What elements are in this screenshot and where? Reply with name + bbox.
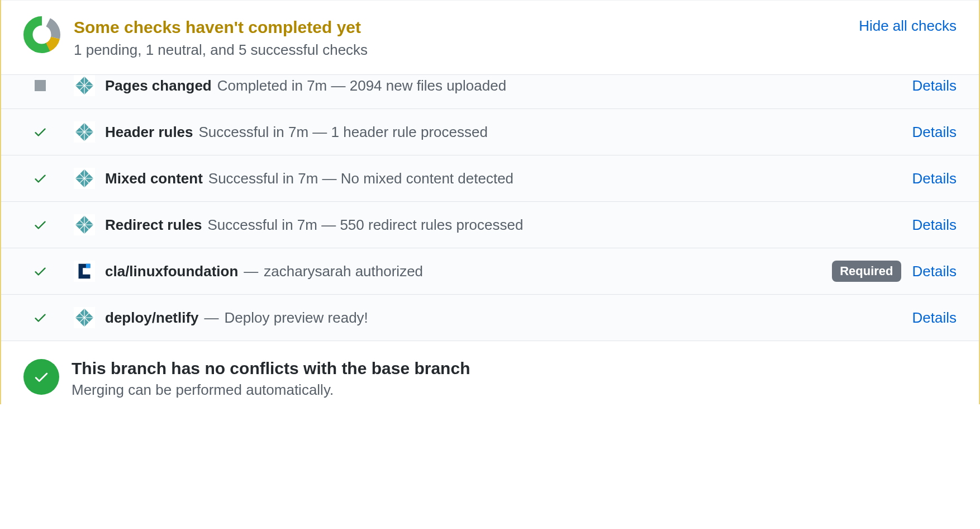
check-row: Pages changedCompleted in 7m — 2094 new … bbox=[1, 75, 979, 109]
check-separator: — bbox=[244, 263, 258, 280]
check-text: Pages changedCompleted in 7m — 2094 new … bbox=[105, 77, 901, 95]
netlify-avatar-icon bbox=[74, 75, 95, 96]
check-name: Pages changed bbox=[105, 77, 212, 95]
checks-header: Some checks haven't completed yet 1 pend… bbox=[1, 0, 979, 74]
check-success-icon bbox=[30, 264, 50, 278]
check-row: deploy/netlify—Deploy preview ready!Deta… bbox=[1, 295, 979, 341]
status-donut-icon bbox=[23, 16, 60, 55]
check-row: Mixed contentSuccessful in 7m — No mixed… bbox=[1, 155, 979, 202]
check-text: cla/linuxfoundation—zacharysarah authori… bbox=[105, 263, 825, 280]
required-badge: Required bbox=[832, 261, 901, 282]
checks-list: Pages changedCompleted in 7m — 2094 new … bbox=[1, 74, 979, 341]
check-name: Mixed content bbox=[105, 170, 203, 187]
checks-subtitle: 1 pending, 1 neutral, and 5 successful c… bbox=[74, 41, 848, 59]
details-link[interactable]: Details bbox=[912, 263, 957, 280]
check-success-icon bbox=[30, 310, 50, 325]
check-text: Mixed contentSuccessful in 7m — No mixed… bbox=[105, 170, 901, 187]
check-row: Redirect rulesSuccessful in 7m — 550 red… bbox=[1, 202, 979, 248]
details-link[interactable]: Details bbox=[912, 216, 957, 234]
merge-status-text: This branch has no conflicts with the ba… bbox=[72, 359, 470, 399]
check-name: Redirect rules bbox=[105, 216, 202, 234]
details-link[interactable]: Details bbox=[912, 124, 957, 141]
check-success-icon bbox=[30, 171, 50, 186]
checks-header-text: Some checks haven't completed yet 1 pend… bbox=[74, 16, 848, 59]
netlify-avatar-icon bbox=[74, 214, 95, 235]
netlify-avatar-icon bbox=[74, 168, 95, 189]
check-text: deploy/netlify—Deploy preview ready! bbox=[105, 309, 901, 327]
netlify-avatar-icon bbox=[74, 307, 95, 328]
check-success-icon bbox=[30, 218, 50, 232]
details-link[interactable]: Details bbox=[912, 77, 957, 95]
details-link[interactable]: Details bbox=[912, 309, 957, 327]
check-neutral-icon bbox=[30, 80, 50, 91]
check-name: deploy/netlify bbox=[105, 309, 199, 327]
success-check-icon bbox=[23, 359, 59, 395]
merge-title: This branch has no conflicts with the ba… bbox=[72, 359, 470, 378]
svg-rect-28 bbox=[86, 264, 91, 268]
details-link[interactable]: Details bbox=[912, 170, 957, 187]
check-description: zacharysarah authorized bbox=[264, 263, 423, 280]
check-row: cla/linuxfoundation—zacharysarah authori… bbox=[1, 248, 979, 295]
merge-subtitle: Merging can be performed automatically. bbox=[72, 381, 470, 399]
check-row: Header rulesSuccessful in 7m — 1 header … bbox=[1, 109, 979, 155]
netlify-avatar-icon bbox=[74, 121, 95, 143]
check-separator: — bbox=[204, 309, 219, 327]
merge-status-section: This branch has no conflicts with the ba… bbox=[1, 341, 979, 404]
check-description: Successful in 7m — 1 header rule process… bbox=[199, 124, 488, 141]
check-description: Deploy preview ready! bbox=[225, 309, 368, 327]
pr-merge-box: Some checks haven't completed yet 1 pend… bbox=[0, 0, 980, 404]
check-success-icon bbox=[30, 125, 50, 139]
hide-all-checks-link[interactable]: Hide all checks bbox=[859, 17, 957, 35]
check-name: cla/linuxfoundation bbox=[105, 263, 238, 280]
check-description: Successful in 7m — No mixed content dete… bbox=[208, 170, 513, 187]
linuxfoundation-avatar-icon bbox=[74, 261, 95, 282]
check-text: Redirect rulesSuccessful in 7m — 550 red… bbox=[105, 216, 901, 234]
check-description: Completed in 7m — 2094 new files uploade… bbox=[217, 77, 506, 95]
check-name: Header rules bbox=[105, 124, 193, 141]
checks-title: Some checks haven't completed yet bbox=[74, 16, 848, 38]
check-text: Header rulesSuccessful in 7m — 1 header … bbox=[105, 124, 901, 141]
check-description: Successful in 7m — 550 redirect rules pr… bbox=[207, 216, 523, 234]
